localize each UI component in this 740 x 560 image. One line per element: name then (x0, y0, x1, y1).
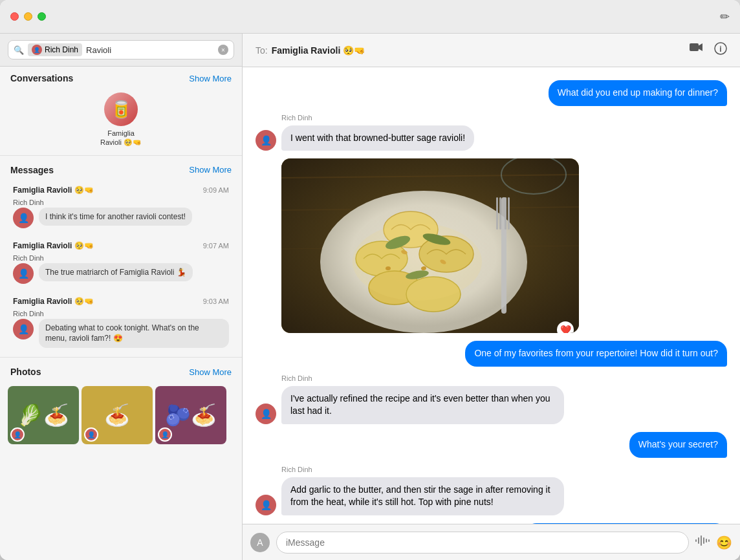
message-image[interactable]: ❤️ (281, 158, 579, 333)
fullscreen-button[interactable] (38, 12, 46, 21)
msg-avatar: 👤 (13, 319, 34, 339)
message-bubble: What's your secret? (629, 432, 727, 458)
search-input-wrapper[interactable]: 🔍 👤 Rich Dinh Ravioli × (8, 40, 234, 59)
message-sub: Rich Dinh (13, 254, 44, 262)
photos-grid: 🥬🍝 👤 🍝 👤 🫐🍝 👤 (0, 381, 242, 449)
messages-section-header: Messages Show More (0, 158, 242, 179)
message-content: What did you end up making for dinner? (549, 80, 727, 106)
message-content: Rich Dinh I've actually refined the reci… (281, 374, 564, 424)
svg-rect-29 (701, 535, 702, 546)
message-preview-bubble: Debating what to cook tonight. What's on… (39, 319, 229, 349)
svg-rect-32 (708, 539, 710, 542)
message-preview-bubble: I think it's time for another ravioli co… (39, 208, 192, 226)
conversations-show-more[interactable]: Show More (189, 74, 232, 83)
message-item[interactable]: Famiglia Ravioli 🥺🤜 9:03 AM Rich Dinh 👤 … (5, 292, 237, 354)
photos-title: Photos (10, 367, 41, 377)
sender-name: Rich Dinh (281, 466, 564, 473)
message-item-header: Famiglia Ravioli 🥺🤜 9:07 AM (13, 241, 229, 250)
photo-thumb[interactable]: 🍝 👤 (82, 386, 153, 444)
video-call-button[interactable] (690, 42, 704, 58)
divider (0, 155, 242, 156)
svg-rect-28 (698, 537, 699, 544)
message-item[interactable]: Famiglia Ravioli 🥺🤜 9:07 AM Rich Dinh 👤 … (5, 236, 237, 289)
conversation-label: FamigliaRavioli 🥺🤜 (100, 129, 142, 147)
photos-section-header: Photos Show More (0, 360, 242, 381)
conversation-item[interactable]: 🥫 FamigliaRavioli 🥺🤜 (0, 87, 242, 153)
message-bubble: I went with that browned-butter sage rav… (281, 125, 474, 151)
search-query: Ravioli (86, 45, 214, 55)
message-bubble: I've actually refined the recipe and it'… (281, 386, 564, 424)
search-bar: 🔍 👤 Rich Dinh Ravioli × (0, 34, 242, 67)
svg-rect-23 (499, 197, 501, 230)
message-item-header: Famiglia Ravioli 🥺🤜 9:09 AM (13, 186, 229, 195)
message-content: Rich Dinh Add garlic to the butter, and … (281, 466, 564, 515)
app-store-button[interactable]: A (250, 533, 270, 552)
conversations-section-header: Conversations Show More (0, 67, 242, 87)
message-item[interactable]: Famiglia Ravioli 🥺🤜 9:09 AM Rich Dinh 👤 … (5, 180, 237, 233)
message-content: One of my favorites from your repertoire… (465, 341, 727, 367)
sender-name: Rich Dinh (281, 114, 474, 122)
search-contact-name: Rich Dinh (45, 45, 78, 54)
message-content-image: ❤️ (281, 158, 564, 333)
message-preview-wrapper: 👤 I think it's time for another ravioli … (13, 208, 229, 228)
message-preview-bubble: The true matriarch of Famiglia Ravioli 💃 (39, 263, 193, 282)
message-row-outgoing: One of my favorites from your repertoire… (256, 341, 727, 367)
message-bubble: One of my favorites from your repertoire… (465, 341, 727, 367)
svg-rect-22 (496, 197, 498, 230)
sender-avatar: 👤 (256, 495, 276, 515)
sidebar: 🔍 👤 Rich Dinh Ravioli × Conversations Sh… (0, 34, 243, 560)
svg-rect-31 (706, 539, 707, 543)
svg-rect-25 (508, 197, 510, 230)
contact-avatar: 👤 (32, 45, 42, 55)
photos-show-more[interactable]: Show More (189, 367, 232, 377)
sender-name: Rich Dinh (281, 374, 564, 382)
svg-text:i: i (719, 45, 721, 54)
svg-rect-0 (690, 43, 699, 51)
message-row-outgoing: What's your secret? (256, 432, 727, 458)
info-button[interactable]: i (714, 42, 727, 58)
message-content: Rich Dinh I went with that browned-butte… (281, 114, 474, 151)
message-sender: Famiglia Ravioli 🥺🤜 (13, 297, 94, 306)
chat-header-to-label: To: (256, 45, 268, 56)
titlebar: ✏ (0, 0, 740, 34)
messages-title: Messages (10, 165, 54, 175)
search-icon: 🔍 (14, 45, 24, 55)
search-clear-button[interactable]: × (218, 45, 228, 55)
input-bar: A 😊 (243, 524, 740, 560)
message-sub: Rich Dinh (13, 310, 44, 318)
svg-rect-27 (695, 539, 697, 542)
message-content: What's your secret? (629, 432, 727, 458)
message-sender: Famiglia Ravioli 🥺🤜 (13, 241, 94, 250)
main-content: 🔍 👤 Rich Dinh Ravioli × Conversations Sh… (0, 34, 740, 560)
divider (0, 357, 242, 358)
svg-point-16 (353, 223, 482, 301)
chat-header-name: Famiglia Ravioli 🥺🤜 (272, 45, 365, 56)
audio-button[interactable] (695, 535, 710, 550)
traffic-lights (10, 12, 46, 21)
app-window: ✏ 🔍 👤 Rich Dinh Ravioli × Conversations (0, 0, 740, 560)
message-preview-wrapper: 👤 The true matriarch of Famiglia Ravioli… (13, 263, 229, 284)
photo-thumb[interactable]: 🥬🍝 👤 (8, 386, 79, 444)
conversation-avatar: 🥫 (104, 92, 138, 126)
photo-thumb[interactable]: 🫐🍝 👤 (155, 386, 226, 444)
message-time: 9:07 AM (203, 242, 229, 250)
minimize-button[interactable] (24, 12, 32, 21)
msg-avatar: 👤 (13, 208, 34, 228)
heart-reaction: ❤️ (557, 321, 574, 333)
message-sub: Rich Dinh (13, 199, 44, 206)
message-row-incoming: 👤 Rich Dinh I've actually refined the re… (256, 374, 727, 424)
message-time: 9:03 AM (203, 297, 229, 305)
emoji-button[interactable]: 😊 (716, 535, 732, 550)
close-button[interactable] (10, 12, 19, 21)
svg-rect-30 (703, 537, 704, 544)
message-input[interactable] (276, 532, 689, 554)
messages-show-more[interactable]: Show More (189, 165, 232, 175)
message-row-incoming: 👤 Rich Dinh Add garlic to the butter, an… (256, 466, 727, 515)
message-time: 9:09 AM (203, 186, 229, 194)
sender-avatar: 👤 (256, 404, 276, 424)
chat-header-icons: i (690, 42, 727, 58)
msg-avatar: 👤 (13, 263, 34, 284)
conversations-title: Conversations (10, 73, 73, 83)
compose-button[interactable]: ✏ (720, 10, 730, 24)
message-row-incoming: 👤 Rich Dinh I went with that browned-but… (256, 114, 727, 151)
